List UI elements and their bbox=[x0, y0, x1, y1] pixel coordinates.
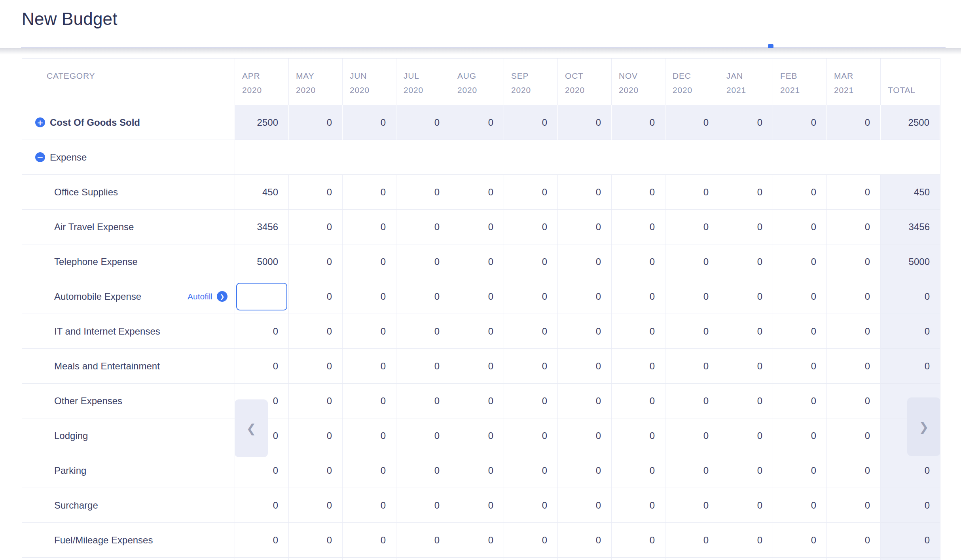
value-cell[interactable]: 0 bbox=[289, 175, 343, 210]
value-cell[interactable]: 0 bbox=[665, 349, 719, 384]
value-cell[interactable]: 0 bbox=[558, 418, 612, 453]
value-cell[interactable]: 0 bbox=[773, 244, 827, 279]
value-cell[interactable]: 0 bbox=[719, 384, 773, 418]
value-cell[interactable]: 0 bbox=[719, 523, 773, 558]
value-cell[interactable]: 0 bbox=[558, 105, 612, 140]
value-cell[interactable]: 0 bbox=[289, 279, 343, 314]
value-cell[interactable]: 0 bbox=[719, 244, 773, 279]
value-cell[interactable]: 0 bbox=[343, 453, 396, 488]
value-cell[interactable]: 0 bbox=[827, 175, 881, 210]
value-cell[interactable]: 0 bbox=[450, 244, 504, 279]
value-cell[interactable]: 0 bbox=[558, 453, 612, 488]
value-cell[interactable]: 0 bbox=[773, 488, 827, 523]
value-cell[interactable]: 0 bbox=[773, 349, 827, 384]
value-cell[interactable]: 0 bbox=[665, 105, 719, 140]
value-cell[interactable] bbox=[827, 558, 881, 560]
value-cell[interactable]: 0 bbox=[773, 105, 827, 140]
value-cell[interactable]: 0 bbox=[665, 210, 719, 244]
value-cell[interactable]: 0 bbox=[719, 279, 773, 314]
value-cell[interactable]: 0 bbox=[827, 349, 881, 384]
value-cell[interactable]: 0 bbox=[504, 523, 558, 558]
value-cell[interactable]: 0 bbox=[235, 523, 289, 558]
value-cell[interactable]: 2500 bbox=[235, 105, 289, 140]
value-cell[interactable] bbox=[396, 558, 450, 560]
value-cell[interactable]: 0 bbox=[665, 418, 719, 453]
value-cell[interactable]: 0 bbox=[719, 349, 773, 384]
scroll-left-button[interactable]: ❮ bbox=[235, 399, 268, 457]
value-cell[interactable]: 0 bbox=[665, 279, 719, 314]
value-cell[interactable]: 0 bbox=[827, 244, 881, 279]
amount-input[interactable] bbox=[236, 283, 287, 310]
value-cell[interactable]: 5000 bbox=[235, 244, 289, 279]
autofill-button[interactable]: Autofill❯ bbox=[188, 291, 235, 302]
value-cell[interactable]: 0 bbox=[289, 384, 343, 418]
value-cell[interactable]: 0 bbox=[504, 453, 558, 488]
value-cell[interactable]: 0 bbox=[612, 418, 665, 453]
value-cell[interactable]: 0 bbox=[289, 244, 343, 279]
value-cell[interactable]: 0 bbox=[558, 349, 612, 384]
value-cell[interactable]: 0 bbox=[773, 314, 827, 349]
value-cell[interactable]: 0 bbox=[504, 244, 558, 279]
value-cell[interactable]: 0 bbox=[450, 314, 504, 349]
value-cell[interactable]: 0 bbox=[719, 418, 773, 453]
value-cell[interactable]: 0 bbox=[665, 523, 719, 558]
value-cell[interactable]: 0 bbox=[235, 453, 289, 488]
value-cell[interactable]: 0 bbox=[504, 105, 558, 140]
value-cell[interactable]: 0 bbox=[343, 314, 396, 349]
value-cell[interactable]: 0 bbox=[773, 210, 827, 244]
value-cell[interactable]: 0 bbox=[504, 175, 558, 210]
value-cell[interactable]: 0 bbox=[719, 453, 773, 488]
value-cell[interactable]: 0 bbox=[827, 314, 881, 349]
value-cell[interactable]: 0 bbox=[504, 384, 558, 418]
value-cell[interactable]: 0 bbox=[827, 105, 881, 140]
value-cell[interactable] bbox=[504, 558, 558, 560]
value-cell[interactable]: 0 bbox=[827, 453, 881, 488]
value-cell[interactable]: 0 bbox=[612, 210, 665, 244]
value-cell[interactable]: 0 bbox=[612, 453, 665, 488]
scroll-right-button[interactable]: ❯ bbox=[907, 397, 940, 456]
value-cell[interactable]: 0 bbox=[612, 384, 665, 418]
value-cell[interactable]: 0 bbox=[773, 523, 827, 558]
value-cell[interactable]: 0 bbox=[450, 105, 504, 140]
value-cell[interactable] bbox=[612, 558, 665, 560]
value-cell[interactable]: 0 bbox=[558, 279, 612, 314]
value-cell[interactable]: 0 bbox=[665, 488, 719, 523]
value-cell[interactable]: 0 bbox=[665, 244, 719, 279]
value-cell[interactable] bbox=[289, 558, 343, 560]
value-cell[interactable]: 0 bbox=[450, 523, 504, 558]
value-cell[interactable]: 0 bbox=[289, 418, 343, 453]
value-cell[interactable]: 0 bbox=[719, 488, 773, 523]
expand-icon[interactable]: + bbox=[35, 117, 45, 127]
value-cell[interactable]: 0 bbox=[719, 314, 773, 349]
value-cell[interactable]: 0 bbox=[612, 105, 665, 140]
value-cell[interactable]: 0 bbox=[396, 314, 450, 349]
value-cell[interactable]: 0 bbox=[396, 453, 450, 488]
value-cell[interactable]: 3456 bbox=[235, 210, 289, 244]
value-cell[interactable]: 0 bbox=[343, 523, 396, 558]
value-cell[interactable]: 0 bbox=[665, 384, 719, 418]
value-cell[interactable]: 0 bbox=[450, 175, 504, 210]
value-cell[interactable]: 0 bbox=[289, 349, 343, 384]
value-cell[interactable]: 0 bbox=[289, 488, 343, 523]
value-cell[interactable] bbox=[558, 558, 612, 560]
value-cell[interactable] bbox=[235, 279, 289, 314]
value-cell[interactable]: 0 bbox=[343, 105, 396, 140]
value-cell[interactable]: 0 bbox=[235, 314, 289, 349]
value-cell[interactable]: 0 bbox=[396, 210, 450, 244]
value-cell[interactable]: 0 bbox=[612, 175, 665, 210]
value-cell[interactable]: 0 bbox=[450, 349, 504, 384]
value-cell[interactable]: 0 bbox=[396, 279, 450, 314]
value-cell[interactable]: 0 bbox=[504, 279, 558, 314]
value-cell[interactable] bbox=[719, 558, 773, 560]
value-cell[interactable]: 0 bbox=[504, 210, 558, 244]
value-cell[interactable]: 0 bbox=[504, 488, 558, 523]
value-cell[interactable]: 0 bbox=[235, 488, 289, 523]
value-cell[interactable]: 0 bbox=[665, 314, 719, 349]
value-cell[interactable]: 0 bbox=[396, 418, 450, 453]
value-cell[interactable]: 0 bbox=[665, 175, 719, 210]
value-cell[interactable]: 0 bbox=[504, 349, 558, 384]
value-cell[interactable] bbox=[665, 558, 719, 560]
value-cell[interactable] bbox=[343, 558, 396, 560]
value-cell[interactable]: 0 bbox=[396, 523, 450, 558]
value-cell[interactable]: 0 bbox=[450, 210, 504, 244]
